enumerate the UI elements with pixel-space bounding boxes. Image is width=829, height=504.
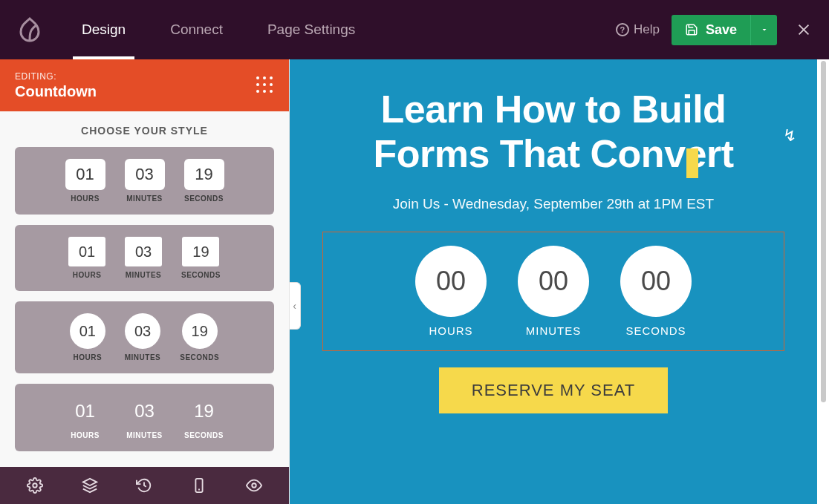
history-button[interactable]	[131, 472, 157, 499]
preview-button[interactable]	[241, 472, 267, 499]
cursor-icon: ↯	[783, 126, 796, 145]
hours-value: 01	[70, 313, 105, 349]
hours-value: 01	[68, 237, 105, 266]
hours-label: HOURS	[71, 431, 100, 439]
hours-label: HOURS	[71, 194, 100, 203]
tab-label: Page Settings	[267, 22, 355, 38]
close-icon	[796, 22, 812, 38]
tab-connect[interactable]: Connect	[148, 0, 245, 59]
style-option-box[interactable]: 01HOURS 03MINUTES 19SECONDS	[15, 147, 274, 215]
subheadline-text[interactable]: Join Us - Wednesday, September 29th at 1…	[393, 196, 714, 212]
caret-down-icon	[760, 25, 769, 34]
cd-hours-value: 00	[415, 246, 487, 317]
help-icon: ?	[616, 23, 629, 36]
tab-label: Design	[82, 22, 126, 38]
hours-label: HOURS	[73, 353, 102, 361]
cta-label: RESERVE MY SEAT	[472, 381, 635, 399]
help-link[interactable]: ? Help	[616, 22, 660, 37]
top-tabs: Design Connect Page Settings	[59, 0, 377, 59]
eye-icon	[246, 477, 262, 494]
close-button[interactable]	[793, 19, 814, 40]
minutes-label: MINUTES	[126, 271, 162, 279]
cta-button[interactable]: RESERVE MY SEAT	[439, 367, 668, 413]
canvas-area: Learn How to Build Forms That Convert Jo…	[290, 59, 829, 504]
settings-button[interactable]	[22, 472, 48, 499]
sidebar-toolbar	[0, 467, 289, 504]
tab-page-settings[interactable]: Page Settings	[245, 0, 377, 59]
history-icon	[136, 477, 152, 494]
editing-name: Countdown	[15, 83, 97, 100]
svg-point-6	[252, 483, 256, 488]
seconds-value: 19	[182, 237, 219, 266]
cd-seconds-label: SECONDS	[625, 324, 686, 337]
device-button[interactable]	[186, 472, 212, 499]
gear-icon	[27, 477, 43, 494]
seconds-value: 19	[184, 159, 224, 190]
sidebar: EDITING: Countdown CHOOSE YOUR STYLE 01H…	[0, 59, 290, 504]
minutes-label: MINUTES	[125, 353, 161, 361]
page-canvas[interactable]: Learn How to Build Forms That Convert Jo…	[290, 59, 817, 504]
top-bar: Design Connect Page Settings ? Help Save	[0, 0, 829, 59]
minutes-label: MINUTES	[126, 194, 163, 203]
seconds-value: 19	[182, 313, 218, 349]
style-option-circle[interactable]: 01HOURS 03MINUTES 19SECONDS	[15, 301, 274, 373]
hours-value: 01	[65, 159, 105, 190]
layers-button[interactable]	[77, 472, 103, 499]
minutes-value: 03	[125, 159, 165, 190]
drag-handle-icon[interactable]	[256, 76, 274, 94]
help-label: Help	[634, 22, 660, 37]
phone-icon	[191, 477, 207, 494]
headline-text[interactable]: Learn How to Build Forms That Convert	[322, 88, 784, 177]
seconds-value: 19	[184, 396, 224, 427]
minutes-label: MINUTES	[126, 431, 163, 439]
save-label: Save	[706, 22, 737, 38]
seconds-label: SECONDS	[181, 271, 221, 279]
sidebar-collapse-handle[interactable]: ‹	[290, 282, 301, 330]
cd-minutes-value: 00	[518, 246, 589, 317]
cd-seconds-value: 00	[620, 246, 692, 317]
tab-design[interactable]: Design	[59, 0, 148, 59]
minutes-value: 03	[125, 313, 160, 349]
editing-label: EDITING:	[15, 71, 97, 82]
save-button[interactable]: Save	[672, 15, 750, 45]
cd-hours-label: HOURS	[429, 324, 472, 337]
save-group: Save	[672, 15, 777, 45]
style-list: 01HOURS 03MINUTES 19SECONDS 01HOURS 03MI…	[0, 147, 289, 467]
countdown-block[interactable]: 00HOURS 00MINUTES 00SECONDS	[322, 232, 784, 351]
seconds-label: SECONDS	[180, 353, 219, 361]
style-section-title: CHOOSE YOUR STYLE	[0, 111, 289, 147]
style-option-plain[interactable]: 01HOURS 03MINUTES 19SECONDS	[15, 384, 274, 451]
minutes-value: 03	[125, 237, 162, 266]
text-cursor-icon	[686, 148, 698, 178]
tab-label: Connect	[170, 22, 223, 38]
hours-value: 01	[65, 396, 105, 427]
vertical-scrollbar[interactable]	[821, 61, 826, 402]
minutes-value: 03	[125, 396, 165, 427]
svg-point-2	[33, 483, 37, 488]
seconds-label: SECONDS	[184, 431, 224, 439]
layers-icon	[82, 477, 98, 494]
svg-rect-4	[196, 479, 203, 492]
save-icon	[685, 23, 698, 36]
sidebar-header: EDITING: Countdown	[0, 59, 289, 111]
svg-marker-3	[83, 479, 97, 485]
hours-label: HOURS	[73, 271, 102, 279]
cd-minutes-label: MINUTES	[526, 324, 582, 337]
save-dropdown-button[interactable]	[750, 15, 777, 45]
style-option-card[interactable]: 01HOURS 03MINUTES 19SECONDS	[15, 225, 274, 291]
app-logo-icon	[15, 15, 45, 45]
seconds-label: SECONDS	[184, 194, 224, 203]
